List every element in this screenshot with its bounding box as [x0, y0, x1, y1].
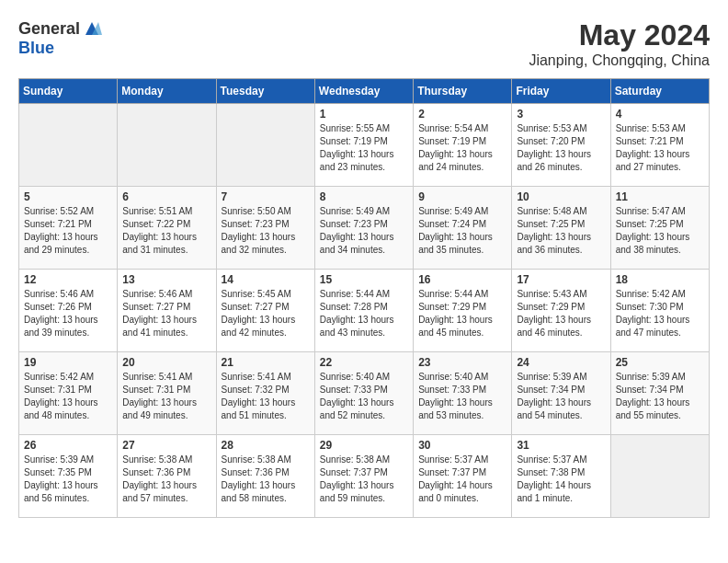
calendar-week-row: 5Sunrise: 5:52 AM Sunset: 7:21 PM Daylig…	[19, 187, 710, 270]
day-of-week-header: Monday	[118, 79, 216, 104]
calendar-header-row: SundayMondayTuesdayWednesdayThursdayFrid…	[19, 79, 710, 104]
calendar-cell: 20Sunrise: 5:41 AM Sunset: 7:31 PM Dayli…	[118, 352, 216, 435]
calendar-cell: 28Sunrise: 5:38 AM Sunset: 7:36 PM Dayli…	[216, 435, 314, 518]
day-info: Sunrise: 5:38 AM Sunset: 7:36 PM Dayligh…	[122, 454, 210, 505]
calendar-week-row: 12Sunrise: 5:46 AM Sunset: 7:26 PM Dayli…	[19, 270, 710, 352]
day-of-week-header: Friday	[512, 79, 610, 104]
day-number: 25	[616, 356, 704, 369]
day-number: 8	[320, 190, 408, 203]
calendar-cell: 18Sunrise: 5:42 AM Sunset: 7:30 PM Dayli…	[610, 270, 709, 352]
calendar-cell: 21Sunrise: 5:41 AM Sunset: 7:32 PM Dayli…	[216, 352, 314, 435]
day-number: 17	[517, 273, 605, 286]
day-number: 22	[320, 356, 408, 369]
day-info: Sunrise: 5:49 AM Sunset: 7:23 PM Dayligh…	[320, 205, 408, 257]
calendar-cell: 10Sunrise: 5:48 AM Sunset: 7:25 PM Dayli…	[512, 187, 610, 270]
calendar-cell: 11Sunrise: 5:47 AM Sunset: 7:25 PM Dayli…	[610, 187, 709, 270]
calendar-cell: 7Sunrise: 5:50 AM Sunset: 7:23 PM Daylig…	[216, 187, 314, 270]
calendar-cell: 12Sunrise: 5:46 AM Sunset: 7:26 PM Dayli…	[19, 270, 118, 352]
day-number: 16	[418, 273, 506, 286]
day-number: 9	[418, 190, 506, 203]
logo-general: General	[18, 19, 80, 39]
day-number: 21	[222, 356, 310, 369]
day-info: Sunrise: 5:40 AM Sunset: 7:33 PM Dayligh…	[418, 371, 506, 422]
calendar-cell	[19, 104, 118, 187]
location-subtitle: Jianping, Chongqing, China	[529, 52, 710, 69]
calendar-cell: 5Sunrise: 5:52 AM Sunset: 7:21 PM Daylig…	[19, 187, 118, 270]
day-info: Sunrise: 5:40 AM Sunset: 7:33 PM Dayligh…	[320, 371, 408, 422]
calendar-cell: 6Sunrise: 5:51 AM Sunset: 7:22 PM Daylig…	[118, 187, 216, 270]
day-number: 30	[418, 439, 506, 452]
logo-icon	[82, 18, 102, 39]
calendar-cell: 23Sunrise: 5:40 AM Sunset: 7:33 PM Dayli…	[414, 352, 512, 435]
day-info: Sunrise: 5:53 AM Sunset: 7:20 PM Dayligh…	[517, 122, 605, 174]
month-year-title: May 2024	[529, 18, 710, 52]
logo-blue: Blue	[18, 39, 54, 58]
day-number: 18	[616, 273, 704, 286]
logo: General Blue	[18, 18, 102, 58]
day-number: 10	[517, 190, 605, 203]
day-number: 28	[222, 439, 310, 452]
day-number: 7	[222, 190, 310, 203]
calendar-cell: 29Sunrise: 5:38 AM Sunset: 7:37 PM Dayli…	[314, 435, 413, 518]
calendar-body: 1Sunrise: 5:55 AM Sunset: 7:19 PM Daylig…	[19, 104, 710, 518]
calendar-week-row: 26Sunrise: 5:39 AM Sunset: 7:35 PM Dayli…	[19, 435, 710, 518]
day-info: Sunrise: 5:48 AM Sunset: 7:25 PM Dayligh…	[517, 205, 605, 257]
calendar-cell: 15Sunrise: 5:44 AM Sunset: 7:28 PM Dayli…	[314, 270, 413, 352]
calendar-cell: 26Sunrise: 5:39 AM Sunset: 7:35 PM Dayli…	[19, 435, 118, 518]
day-info: Sunrise: 5:46 AM Sunset: 7:27 PM Dayligh…	[122, 288, 210, 339]
day-of-week-header: Wednesday	[314, 79, 413, 104]
calendar-week-row: 19Sunrise: 5:42 AM Sunset: 7:31 PM Dayli…	[19, 352, 710, 435]
day-info: Sunrise: 5:41 AM Sunset: 7:32 PM Dayligh…	[222, 371, 310, 422]
day-info: Sunrise: 5:47 AM Sunset: 7:25 PM Dayligh…	[616, 205, 704, 257]
day-number: 6	[122, 190, 210, 203]
day-number: 1	[320, 108, 408, 121]
day-info: Sunrise: 5:52 AM Sunset: 7:21 PM Dayligh…	[24, 205, 112, 257]
page-header: General Blue May 2024 Jianping, Chongqin…	[18, 18, 710, 69]
calendar-cell: 16Sunrise: 5:44 AM Sunset: 7:29 PM Dayli…	[414, 270, 512, 352]
day-number: 19	[24, 356, 112, 369]
calendar-cell: 9Sunrise: 5:49 AM Sunset: 7:24 PM Daylig…	[414, 187, 512, 270]
day-info: Sunrise: 5:41 AM Sunset: 7:31 PM Dayligh…	[122, 371, 210, 422]
day-info: Sunrise: 5:39 AM Sunset: 7:35 PM Dayligh…	[24, 454, 112, 505]
day-number: 13	[122, 273, 210, 286]
day-number: 3	[517, 108, 605, 121]
day-of-week-header: Saturday	[610, 79, 709, 104]
title-block: May 2024 Jianping, Chongqing, China	[529, 18, 710, 69]
day-number: 5	[24, 190, 112, 203]
day-number: 23	[418, 356, 506, 369]
day-info: Sunrise: 5:54 AM Sunset: 7:19 PM Dayligh…	[418, 122, 506, 174]
day-number: 15	[320, 273, 408, 286]
day-number: 12	[24, 273, 112, 286]
calendar-cell: 4Sunrise: 5:53 AM Sunset: 7:21 PM Daylig…	[610, 104, 709, 187]
day-info: Sunrise: 5:37 AM Sunset: 7:38 PM Dayligh…	[517, 454, 605, 505]
calendar-cell: 27Sunrise: 5:38 AM Sunset: 7:36 PM Dayli…	[118, 435, 216, 518]
day-number: 14	[222, 273, 310, 286]
day-info: Sunrise: 5:42 AM Sunset: 7:31 PM Dayligh…	[24, 371, 112, 422]
day-info: Sunrise: 5:53 AM Sunset: 7:21 PM Dayligh…	[616, 122, 704, 174]
day-info: Sunrise: 5:55 AM Sunset: 7:19 PM Dayligh…	[320, 122, 408, 174]
calendar-cell: 2Sunrise: 5:54 AM Sunset: 7:19 PM Daylig…	[414, 104, 512, 187]
calendar-cell: 19Sunrise: 5:42 AM Sunset: 7:31 PM Dayli…	[19, 352, 118, 435]
day-info: Sunrise: 5:38 AM Sunset: 7:37 PM Dayligh…	[320, 454, 408, 505]
day-info: Sunrise: 5:38 AM Sunset: 7:36 PM Dayligh…	[222, 454, 310, 505]
day-number: 27	[122, 439, 210, 452]
day-of-week-header: Thursday	[414, 79, 512, 104]
day-info: Sunrise: 5:43 AM Sunset: 7:29 PM Dayligh…	[517, 288, 605, 339]
calendar-cell	[118, 104, 216, 187]
day-number: 29	[320, 439, 408, 452]
day-number: 20	[122, 356, 210, 369]
calendar-cell: 24Sunrise: 5:39 AM Sunset: 7:34 PM Dayli…	[512, 352, 610, 435]
calendar-cell: 14Sunrise: 5:45 AM Sunset: 7:27 PM Dayli…	[216, 270, 314, 352]
day-of-week-header: Tuesday	[216, 79, 314, 104]
day-of-week-header: Sunday	[19, 79, 118, 104]
day-number: 4	[616, 108, 704, 121]
day-info: Sunrise: 5:51 AM Sunset: 7:22 PM Dayligh…	[122, 205, 210, 257]
calendar-cell: 22Sunrise: 5:40 AM Sunset: 7:33 PM Dayli…	[314, 352, 413, 435]
day-number: 24	[517, 356, 605, 369]
day-info: Sunrise: 5:39 AM Sunset: 7:34 PM Dayligh…	[517, 371, 605, 422]
calendar-cell: 30Sunrise: 5:37 AM Sunset: 7:37 PM Dayli…	[414, 435, 512, 518]
day-info: Sunrise: 5:39 AM Sunset: 7:34 PM Dayligh…	[616, 371, 704, 422]
calendar-cell: 31Sunrise: 5:37 AM Sunset: 7:38 PM Dayli…	[512, 435, 610, 518]
day-number: 2	[418, 108, 506, 121]
day-info: Sunrise: 5:37 AM Sunset: 7:37 PM Dayligh…	[418, 454, 506, 505]
